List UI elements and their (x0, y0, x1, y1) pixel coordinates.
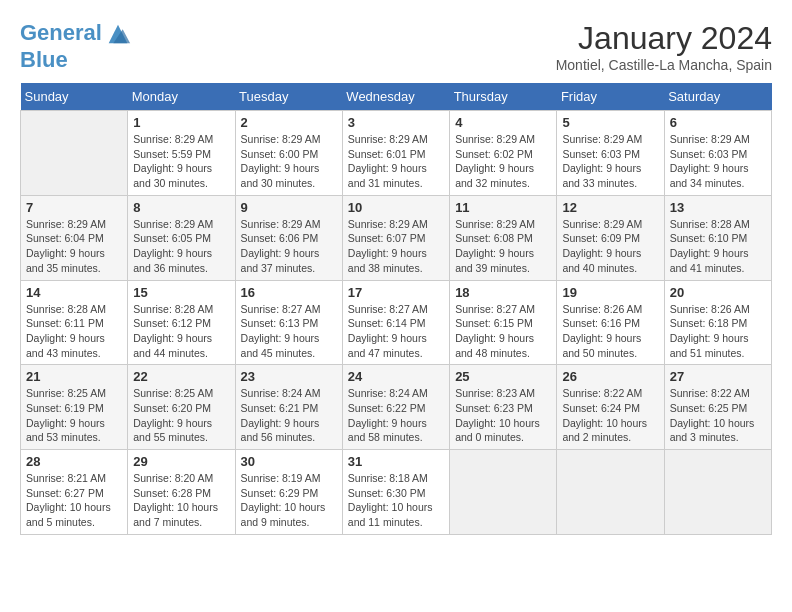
calendar-cell: 11Sunrise: 8:29 AMSunset: 6:08 PMDayligh… (450, 195, 557, 280)
title-block: January 2024 Montiel, Castille-La Mancha… (556, 20, 772, 73)
calendar-cell: 9Sunrise: 8:29 AMSunset: 6:06 PMDaylight… (235, 195, 342, 280)
calendar-cell: 14Sunrise: 8:28 AMSunset: 6:11 PMDayligh… (21, 280, 128, 365)
cell-content: Sunrise: 8:27 AMSunset: 6:15 PMDaylight:… (455, 302, 551, 361)
cell-content: Sunrise: 8:29 AMSunset: 6:06 PMDaylight:… (241, 217, 337, 276)
cell-content: Sunrise: 8:29 AMSunset: 6:07 PMDaylight:… (348, 217, 444, 276)
day-number: 30 (241, 454, 337, 469)
day-header-saturday: Saturday (664, 83, 771, 111)
day-number: 6 (670, 115, 766, 130)
calendar-cell: 23Sunrise: 8:24 AMSunset: 6:21 PMDayligh… (235, 365, 342, 450)
day-header-sunday: Sunday (21, 83, 128, 111)
day-number: 18 (455, 285, 551, 300)
calendar-cell: 5Sunrise: 8:29 AMSunset: 6:03 PMDaylight… (557, 111, 664, 196)
calendar-cell (557, 450, 664, 535)
calendar-cell: 26Sunrise: 8:22 AMSunset: 6:24 PMDayligh… (557, 365, 664, 450)
calendar-cell: 6Sunrise: 8:29 AMSunset: 6:03 PMDaylight… (664, 111, 771, 196)
calendar-cell: 27Sunrise: 8:22 AMSunset: 6:25 PMDayligh… (664, 365, 771, 450)
cell-content: Sunrise: 8:28 AMSunset: 6:11 PMDaylight:… (26, 302, 122, 361)
calendar-cell: 8Sunrise: 8:29 AMSunset: 6:05 PMDaylight… (128, 195, 235, 280)
day-number: 17 (348, 285, 444, 300)
calendar-table: SundayMondayTuesdayWednesdayThursdayFrid… (20, 83, 772, 535)
calendar-cell: 25Sunrise: 8:23 AMSunset: 6:23 PMDayligh… (450, 365, 557, 450)
day-number: 21 (26, 369, 122, 384)
page-header: General Blue January 2024 Montiel, Casti… (20, 20, 772, 73)
calendar-cell (21, 111, 128, 196)
day-number: 2 (241, 115, 337, 130)
day-number: 10 (348, 200, 444, 215)
cell-content: Sunrise: 8:29 AMSunset: 6:03 PMDaylight:… (670, 132, 766, 191)
calendar-cell: 21Sunrise: 8:25 AMSunset: 6:19 PMDayligh… (21, 365, 128, 450)
day-number: 26 (562, 369, 658, 384)
day-number: 15 (133, 285, 229, 300)
logo-text: General (20, 20, 132, 48)
calendar-cell: 19Sunrise: 8:26 AMSunset: 6:16 PMDayligh… (557, 280, 664, 365)
calendar-header-row: SundayMondayTuesdayWednesdayThursdayFrid… (21, 83, 772, 111)
cell-content: Sunrise: 8:29 AMSunset: 6:08 PMDaylight:… (455, 217, 551, 276)
day-number: 27 (670, 369, 766, 384)
cell-content: Sunrise: 8:22 AMSunset: 6:24 PMDaylight:… (562, 386, 658, 445)
calendar-week-row: 14Sunrise: 8:28 AMSunset: 6:11 PMDayligh… (21, 280, 772, 365)
calendar-cell (664, 450, 771, 535)
calendar-cell: 10Sunrise: 8:29 AMSunset: 6:07 PMDayligh… (342, 195, 449, 280)
day-number: 4 (455, 115, 551, 130)
day-number: 5 (562, 115, 658, 130)
cell-content: Sunrise: 8:26 AMSunset: 6:18 PMDaylight:… (670, 302, 766, 361)
day-number: 28 (26, 454, 122, 469)
cell-content: Sunrise: 8:26 AMSunset: 6:16 PMDaylight:… (562, 302, 658, 361)
cell-content: Sunrise: 8:29 AMSunset: 6:04 PMDaylight:… (26, 217, 122, 276)
cell-content: Sunrise: 8:29 AMSunset: 6:09 PMDaylight:… (562, 217, 658, 276)
day-number: 13 (670, 200, 766, 215)
cell-content: Sunrise: 8:25 AMSunset: 6:20 PMDaylight:… (133, 386, 229, 445)
day-header-friday: Friday (557, 83, 664, 111)
day-number: 1 (133, 115, 229, 130)
day-number: 29 (133, 454, 229, 469)
calendar-cell: 18Sunrise: 8:27 AMSunset: 6:15 PMDayligh… (450, 280, 557, 365)
calendar-cell: 31Sunrise: 8:18 AMSunset: 6:30 PMDayligh… (342, 450, 449, 535)
calendar-week-row: 1Sunrise: 8:29 AMSunset: 5:59 PMDaylight… (21, 111, 772, 196)
calendar-cell: 4Sunrise: 8:29 AMSunset: 6:02 PMDaylight… (450, 111, 557, 196)
calendar-cell (450, 450, 557, 535)
cell-content: Sunrise: 8:24 AMSunset: 6:21 PMDaylight:… (241, 386, 337, 445)
cell-content: Sunrise: 8:19 AMSunset: 6:29 PMDaylight:… (241, 471, 337, 530)
day-number: 14 (26, 285, 122, 300)
calendar-cell: 7Sunrise: 8:29 AMSunset: 6:04 PMDaylight… (21, 195, 128, 280)
calendar-week-row: 28Sunrise: 8:21 AMSunset: 6:27 PMDayligh… (21, 450, 772, 535)
day-number: 16 (241, 285, 337, 300)
calendar-cell: 2Sunrise: 8:29 AMSunset: 6:00 PMDaylight… (235, 111, 342, 196)
location: Montiel, Castille-La Mancha, Spain (556, 57, 772, 73)
cell-content: Sunrise: 8:29 AMSunset: 5:59 PMDaylight:… (133, 132, 229, 191)
calendar-cell: 22Sunrise: 8:25 AMSunset: 6:20 PMDayligh… (128, 365, 235, 450)
cell-content: Sunrise: 8:27 AMSunset: 6:14 PMDaylight:… (348, 302, 444, 361)
day-number: 24 (348, 369, 444, 384)
day-header-tuesday: Tuesday (235, 83, 342, 111)
calendar-week-row: 21Sunrise: 8:25 AMSunset: 6:19 PMDayligh… (21, 365, 772, 450)
day-number: 8 (133, 200, 229, 215)
month-title: January 2024 (556, 20, 772, 57)
day-number: 31 (348, 454, 444, 469)
cell-content: Sunrise: 8:21 AMSunset: 6:27 PMDaylight:… (26, 471, 122, 530)
calendar-cell: 13Sunrise: 8:28 AMSunset: 6:10 PMDayligh… (664, 195, 771, 280)
day-header-wednesday: Wednesday (342, 83, 449, 111)
cell-content: Sunrise: 8:29 AMSunset: 6:02 PMDaylight:… (455, 132, 551, 191)
calendar-cell: 12Sunrise: 8:29 AMSunset: 6:09 PMDayligh… (557, 195, 664, 280)
calendar-cell: 29Sunrise: 8:20 AMSunset: 6:28 PMDayligh… (128, 450, 235, 535)
day-number: 7 (26, 200, 122, 215)
day-number: 19 (562, 285, 658, 300)
cell-content: Sunrise: 8:23 AMSunset: 6:23 PMDaylight:… (455, 386, 551, 445)
cell-content: Sunrise: 8:29 AMSunset: 6:03 PMDaylight:… (562, 132, 658, 191)
calendar-cell: 24Sunrise: 8:24 AMSunset: 6:22 PMDayligh… (342, 365, 449, 450)
calendar-cell: 1Sunrise: 8:29 AMSunset: 5:59 PMDaylight… (128, 111, 235, 196)
cell-content: Sunrise: 8:29 AMSunset: 6:00 PMDaylight:… (241, 132, 337, 191)
calendar-cell: 30Sunrise: 8:19 AMSunset: 6:29 PMDayligh… (235, 450, 342, 535)
calendar-cell: 28Sunrise: 8:21 AMSunset: 6:27 PMDayligh… (21, 450, 128, 535)
day-number: 25 (455, 369, 551, 384)
day-number: 22 (133, 369, 229, 384)
cell-content: Sunrise: 8:25 AMSunset: 6:19 PMDaylight:… (26, 386, 122, 445)
day-number: 3 (348, 115, 444, 130)
day-number: 20 (670, 285, 766, 300)
cell-content: Sunrise: 8:29 AMSunset: 6:05 PMDaylight:… (133, 217, 229, 276)
cell-content: Sunrise: 8:28 AMSunset: 6:10 PMDaylight:… (670, 217, 766, 276)
cell-content: Sunrise: 8:24 AMSunset: 6:22 PMDaylight:… (348, 386, 444, 445)
calendar-cell: 20Sunrise: 8:26 AMSunset: 6:18 PMDayligh… (664, 280, 771, 365)
cell-content: Sunrise: 8:29 AMSunset: 6:01 PMDaylight:… (348, 132, 444, 191)
